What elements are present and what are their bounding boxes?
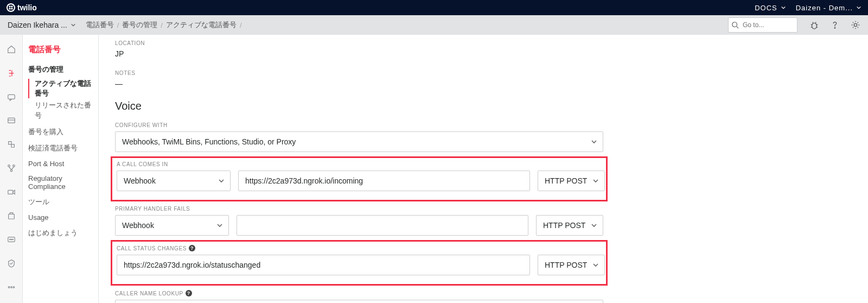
svg-point-14: [10, 170, 12, 172]
product-rail: [0, 35, 23, 303]
twilio-logo-icon: [7, 3, 15, 12]
account-menu[interactable]: Daizen - Dem...: [796, 4, 861, 12]
global-topbar: twilio DOCS Daizen - Dem...: [0, 0, 868, 15]
highlight-status-changes: CALL STATUS CHANGES ? HTTP POST: [111, 240, 608, 286]
gear-icon[interactable]: [851, 20, 860, 30]
primary-fails-url-field: [237, 215, 528, 236]
sidebar-item-released-numbers[interactable]: リリースされた番号: [28, 100, 93, 120]
brand-text: twilio: [17, 3, 37, 12]
phone-numbers-icon[interactable]: [6, 68, 17, 78]
sidebar-item-verified[interactable]: 検証済電話番号: [28, 143, 93, 153]
sidebar-item-port[interactable]: Port & Host: [28, 160, 93, 168]
status-changes-url-input[interactable]: [124, 261, 523, 269]
breadcrumb-item[interactable]: アクティブな電話番号: [166, 20, 237, 30]
svg-rect-15: [8, 190, 12, 194]
sidebar-item-usage[interactable]: Usage: [28, 213, 93, 222]
svg-point-18: [9, 239, 10, 239]
call-comes-in-method-select[interactable]: HTTP POST: [538, 171, 605, 191]
main-content: LOCATION JP NOTES — Voice CONFIGURE WITH…: [99, 35, 868, 303]
location-label: LOCATION: [115, 40, 852, 46]
chevron-down-icon: [592, 262, 599, 268]
call-comes-in-handler: Webhook: [124, 176, 156, 185]
chevron-down-icon: [218, 178, 225, 184]
status-changes-label-text: CALL STATUS CHANGES: [117, 245, 187, 251]
svg-rect-17: [8, 237, 14, 242]
primary-fails-method: HTTP POST: [543, 221, 585, 230]
runtime-icon[interactable]: [6, 211, 17, 221]
configure-with-value: Webhooks, TwiML Bins, Functions, Studio,…: [122, 137, 296, 146]
status-changes-method: HTTP POST: [545, 261, 587, 269]
highlight-call-comes-in: A CALL COMES IN Webhook HTTP POST: [111, 156, 608, 201]
caller-lookup-label: CALLER NAME LOOKUP ?: [115, 290, 852, 296]
breadcrumb-sep: /: [161, 21, 163, 29]
voice-heading: Voice: [115, 100, 852, 112]
call-comes-in-url-field: [238, 171, 530, 191]
sidebar-item-buy[interactable]: 番号を購入: [28, 127, 93, 137]
svg-point-22: [10, 287, 11, 288]
configure-with-label: CONFIGURE WITH: [115, 122, 852, 128]
sidebar-item-regulatory[interactable]: Regulatory Compliance: [28, 174, 93, 191]
home-icon[interactable]: [6, 45, 17, 54]
status-changes-url-field: [117, 255, 530, 275]
svg-rect-16: [8, 214, 14, 219]
breadcrumb: 電話番号 / 番号の管理 / アクティブな電話番号 /: [86, 20, 242, 30]
docs-menu[interactable]: DOCS: [755, 4, 786, 12]
svg-point-20: [12, 239, 12, 239]
sidebar-title: 電話番号: [28, 45, 93, 55]
more-icon[interactable]: [6, 282, 17, 292]
svg-point-13: [12, 165, 15, 167]
call-comes-in-handler-select[interactable]: Webhook: [117, 171, 231, 191]
primary-fails-handler-select[interactable]: Webhook: [115, 215, 229, 236]
chevron-down-icon: [71, 22, 76, 28]
studio-icon[interactable]: [6, 140, 17, 149]
primary-fails-url-input[interactable]: [244, 221, 521, 230]
notes-label: NOTES: [115, 70, 852, 76]
svg-point-2: [812, 23, 817, 29]
twilio-logo[interactable]: twilio: [7, 3, 37, 12]
svg-rect-10: [8, 118, 14, 123]
verify-icon[interactable]: [6, 258, 17, 268]
video-icon[interactable]: [6, 187, 17, 197]
breadcrumb-item[interactable]: 番号の管理: [122, 20, 157, 30]
help-icon[interactable]: [830, 20, 840, 30]
primary-fails-label: PRIMARY HANDLER FAILS: [115, 206, 852, 212]
help-icon[interactable]: ?: [189, 245, 195, 251]
debug-icon[interactable]: [809, 20, 819, 30]
call-comes-in-label: A CALL COMES IN: [117, 161, 602, 167]
sidebar-section-manage[interactable]: 番号の管理: [28, 65, 93, 74]
caller-lookup-select[interactable]: Disabled: [115, 300, 603, 303]
sidebar-item-tools[interactable]: ツール: [28, 197, 93, 207]
status-changes-label: CALL STATUS CHANGES ?: [117, 245, 602, 251]
breadcrumb-item[interactable]: 電話番号: [86, 20, 114, 30]
chat-icon[interactable]: [6, 235, 17, 245]
chevron-down-icon: [216, 222, 223, 229]
chevron-down-icon: [591, 138, 597, 145]
project-name: Daizen Ikehara ...: [8, 21, 67, 29]
messaging-icon[interactable]: [6, 92, 17, 102]
primary-fails-method-select[interactable]: HTTP POST: [536, 215, 603, 236]
svg-rect-9: [8, 94, 14, 99]
svg-point-7: [834, 28, 835, 28]
svg-line-5: [811, 27, 813, 28]
chevron-down-icon: [592, 178, 599, 184]
card-icon[interactable]: [6, 116, 17, 125]
svg-line-1: [737, 27, 739, 29]
global-search: [728, 17, 797, 33]
flow-icon[interactable]: [6, 163, 17, 173]
svg-point-12: [8, 165, 10, 167]
account-label: Daizen - Dem...: [796, 4, 853, 12]
svg-line-6: [816, 27, 818, 28]
sidebar-item-active-numbers[interactable]: アクティブな電話番号: [28, 79, 93, 98]
help-icon[interactable]: ?: [186, 290, 192, 296]
primary-fails-handler: Webhook: [122, 221, 154, 230]
status-changes-method-select[interactable]: HTTP POST: [538, 255, 605, 275]
svg-point-19: [11, 239, 11, 239]
call-comes-in-url-input[interactable]: [245, 176, 523, 185]
project-switcher[interactable]: Daizen Ikehara ...: [8, 21, 76, 29]
sidebar-item-getstarted[interactable]: はじめましょう: [28, 228, 93, 238]
call-comes-in-method: HTTP POST: [545, 176, 587, 185]
notes-value: —: [115, 79, 852, 88]
sidebar: 電話番号 番号の管理 アクティブな電話番号 リリースされた番号 番号を購入 検証…: [23, 35, 99, 303]
svg-point-8: [854, 23, 857, 26]
configure-with-select[interactable]: Webhooks, TwiML Bins, Functions, Studio,…: [115, 131, 603, 152]
